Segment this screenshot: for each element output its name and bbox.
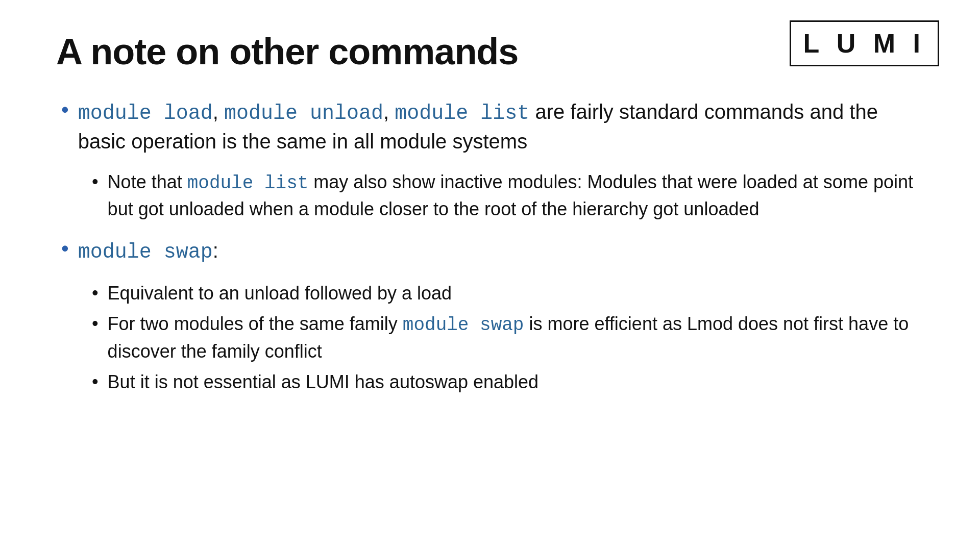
bullet-2-colon: :: [213, 239, 218, 262]
bullet-1-subbullets: • Note that module list may also show in…: [77, 169, 929, 222]
sub-bullet-1: • Note that module list may also show in…: [92, 169, 929, 222]
code-module-swap-inline: module swap: [403, 315, 524, 336]
sub-bullet-3: • For two modules of the same family mod…: [92, 311, 929, 364]
content-area: • module load, module unload, module lis…: [56, 98, 929, 395]
sub-bullet-4: • But it is not essential as LUMI has au…: [92, 369, 929, 395]
sub-bullet-2-text: Equivalent to an unload followed by a lo…: [108, 281, 452, 306]
sub-3-prefix: For two modules of the same family: [108, 313, 403, 334]
sub-1-prefix: Note that: [108, 171, 187, 192]
sub-bullet-2-dot: •: [92, 281, 99, 306]
code-module-list-1: module list: [395, 102, 529, 125]
sub-bullet-1-text: Note that module list may also show inac…: [108, 169, 929, 222]
code-module-swap-title: module swap: [78, 241, 213, 264]
sub-bullet-3-text: For two modules of the same family modul…: [108, 311, 929, 364]
code-module-unload: module unload: [224, 102, 383, 125]
bullet-1-block: • module load, module unload, module lis…: [61, 98, 929, 222]
logo: L U M I: [790, 20, 939, 66]
bullet-1: • module load, module unload, module lis…: [61, 98, 929, 155]
bullet-2-text: module swap:: [78, 237, 218, 266]
sub-bullet-4-dot: •: [92, 369, 99, 394]
code-module-list-2: module list: [187, 173, 309, 194]
sub-bullet-3-dot: •: [92, 311, 99, 336]
slide: L U M I A note on other commands • modul…: [0, 0, 980, 551]
sub-bullet-4-text: But it is not essential as LUMI has auto…: [108, 369, 539, 395]
comma-2: ,: [383, 101, 395, 123]
bullet-2-dot: •: [61, 235, 69, 263]
sub-bullet-2: • Equivalent to an unload followed by a …: [92, 281, 929, 306]
bullet-1-dot: •: [61, 96, 69, 124]
sub-bullet-1-dot: •: [92, 169, 99, 194]
bullet-2-block: • module swap: • Equivalent to an unload…: [61, 237, 929, 395]
logo-text: L U M I: [803, 29, 925, 58]
comma-1: ,: [213, 101, 224, 123]
bullet-2: • module swap:: [61, 237, 929, 266]
bullet-1-text: module load, module unload, module list …: [78, 98, 929, 155]
bullet-2-subbullets: • Equivalent to an unload followed by a …: [77, 281, 929, 395]
code-module-load: module load: [78, 102, 213, 125]
